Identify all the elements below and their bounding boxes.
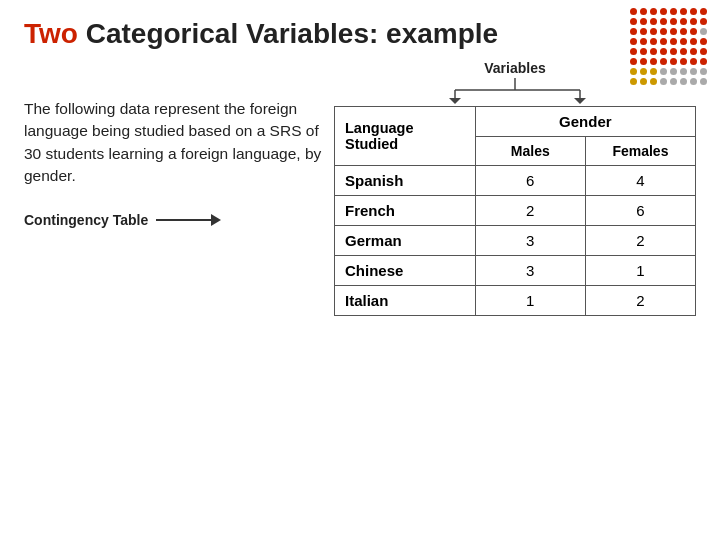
dot-26 [650,38,657,45]
dot-13 [680,18,687,25]
dot-14 [690,18,697,25]
dot-34 [650,48,657,55]
dot-21 [680,28,687,35]
data-table-wrapper: Language Studied Gender Males Females Sp… [334,106,696,316]
dot-0 [630,8,637,15]
dot-15 [700,18,707,25]
gender-header: Gender [475,107,695,137]
description-text: The following data represent the foreign… [24,60,334,230]
males-cell: 2 [475,196,585,226]
fork-arrow-svg [405,78,625,104]
males-cell: 3 [475,226,585,256]
title-two: Two [24,18,78,49]
females-cell: 1 [585,256,695,286]
contingency-table-label-area: Contingency Table [24,210,324,230]
males-cell: 6 [475,166,585,196]
arrowhead-icon [211,214,221,226]
table-row: German32 [335,226,696,256]
dot-35 [660,48,667,55]
dot-20 [670,28,677,35]
dot-17 [640,28,647,35]
arrow-line [156,219,211,221]
dot-33 [640,48,647,55]
males-cell: 1 [475,286,585,316]
table-row: French26 [335,196,696,226]
dot-4 [670,8,677,15]
dot-10 [650,18,657,25]
description-paragraph: The following data represent the foreign… [24,100,321,184]
language-cell: Chinese [335,256,476,286]
dot-16 [630,28,637,35]
dot-12 [670,18,677,25]
dot-22 [690,28,697,35]
females-cell: 2 [585,226,695,256]
svg-marker-3 [449,98,461,104]
dot-37 [680,48,687,55]
dot-11 [660,18,667,25]
page-title: Two Categorical Variables: example [24,18,696,50]
dot-32 [630,48,637,55]
table-area: Variables [334,60,696,316]
variables-label: Variables [484,60,546,76]
dot-19 [660,28,667,35]
contingency-arrow [156,214,221,226]
dot-25 [640,38,647,45]
dot-24 [630,38,637,45]
females-cell: 2 [585,286,695,316]
dot-28 [670,38,677,45]
language-cell: Spanish [335,166,476,196]
dot-63 [700,78,707,85]
dot-36 [670,48,677,55]
table-row: Chinese31 [335,256,696,286]
data-table: Language Studied Gender Males Females Sp… [334,106,696,316]
dot-7 [700,8,707,15]
dot-31 [700,38,707,45]
dot-6 [690,8,697,15]
dot-29 [680,38,687,45]
dot-47 [700,58,707,65]
dot-55 [700,68,707,75]
dot-39 [700,48,707,55]
language-cell: German [335,226,476,256]
dot-3 [660,8,667,15]
dot-8 [630,18,637,25]
dot-38 [690,48,697,55]
svg-marker-5 [574,98,586,104]
table-row: Italian12 [335,286,696,316]
language-cell: French [335,196,476,226]
dot-30 [690,38,697,45]
title-rest: Categorical Variables: example [78,18,498,49]
language-cell: Italian [335,286,476,316]
dot-2 [650,8,657,15]
males-cell: 3 [475,256,585,286]
dot-9 [640,18,647,25]
females-cell: 6 [585,196,695,226]
dot-1 [640,8,647,15]
page: Two Categorical Variables: example The f… [0,0,720,540]
dot-23 [700,28,707,35]
females-cell: 4 [585,166,695,196]
males-header: Males [475,137,585,166]
dot-5 [680,8,687,15]
dot-18 [650,28,657,35]
variables-label-block: Variables [405,60,625,104]
table-row: Spanish64 [335,166,696,196]
language-studied-header: Language Studied [335,107,476,166]
dot-27 [660,38,667,45]
main-content: The following data represent the foreign… [24,60,696,316]
females-header: Females [585,137,695,166]
contingency-label: Contingency Table [24,210,148,230]
header-row-1: Language Studied Gender [335,107,696,137]
